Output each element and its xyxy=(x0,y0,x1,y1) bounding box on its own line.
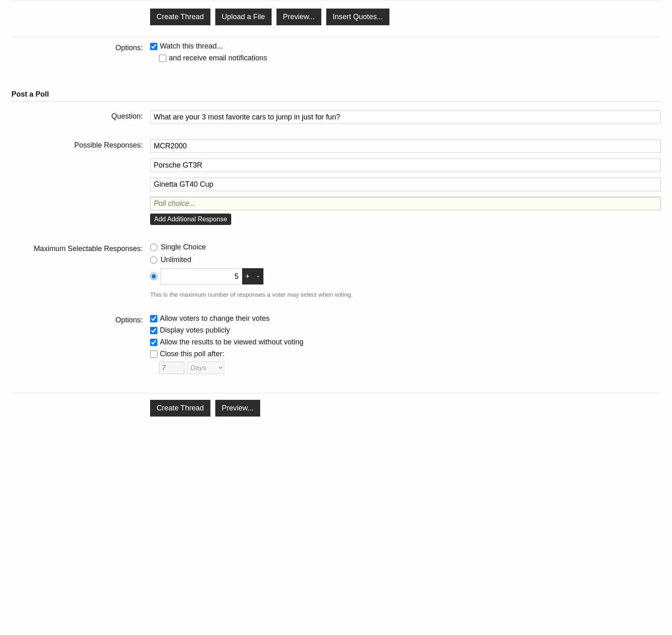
view-without-voting-option[interactable]: Allow the results to be viewed without v… xyxy=(150,338,661,346)
watch-thread-text: Watch this thread... xyxy=(160,42,223,51)
number-radio[interactable] xyxy=(150,273,157,280)
email-notify-checkbox[interactable] xyxy=(159,55,166,62)
change-votes-text: Allow voters to change their votes xyxy=(160,314,270,323)
question-input[interactable] xyxy=(150,110,661,124)
change-votes-checkbox[interactable] xyxy=(150,315,157,322)
close-number-input[interactable] xyxy=(159,362,184,374)
responses-label: Possible Responses: xyxy=(11,139,150,227)
question-row: Question: xyxy=(11,101,661,129)
spinner-input[interactable] xyxy=(161,268,242,284)
view-without-voting-checkbox[interactable] xyxy=(150,339,157,346)
close-poll-checkbox[interactable] xyxy=(150,351,157,358)
spinner-plus-button[interactable]: + xyxy=(242,268,253,284)
number-option: + - xyxy=(150,268,661,284)
response-input-1[interactable] xyxy=(150,139,661,153)
responses-row: Possible Responses: Add Additional Respo… xyxy=(11,129,661,232)
question-label: Question: xyxy=(11,110,150,124)
top-button-row: Create Thread Upload a File Preview... I… xyxy=(11,0,661,37)
create-thread-button[interactable]: Create Thread xyxy=(150,9,210,25)
spinner: + - xyxy=(161,268,263,284)
preview-button[interactable]: Preview... xyxy=(276,9,321,25)
poll-options-row: Options: Allow voters to change their vo… xyxy=(11,303,661,379)
single-choice-radio[interactable] xyxy=(150,244,157,251)
public-votes-checkbox[interactable] xyxy=(150,327,157,334)
unlimited-option[interactable]: Unlimited xyxy=(150,256,661,264)
bottom-button-row: Create Thread Preview... xyxy=(11,393,661,424)
unlimited-text: Unlimited xyxy=(161,256,191,264)
unlimited-radio[interactable] xyxy=(150,256,157,264)
response-input-3[interactable] xyxy=(150,178,661,191)
spinner-minus-button[interactable]: - xyxy=(253,268,263,284)
upload-file-button[interactable]: Upload a File xyxy=(215,9,272,25)
preview-button-bottom[interactable]: Preview... xyxy=(215,400,260,417)
max-selectable-helper: This is the maximum number of responses … xyxy=(150,291,661,298)
single-choice-text: Single Choice xyxy=(161,243,206,251)
watch-thread-checkbox[interactable] xyxy=(150,43,157,50)
create-thread-button-bottom[interactable]: Create Thread xyxy=(150,400,210,417)
add-response-button[interactable]: Add Additional Response xyxy=(150,214,231,225)
thread-options-row: Options: Watch this thread... and receiv… xyxy=(11,37,661,71)
close-poll-option[interactable]: Close this poll after: xyxy=(150,350,661,358)
close-poll-text: Close this poll after: xyxy=(160,350,224,358)
single-choice-option[interactable]: Single Choice xyxy=(150,243,661,251)
change-votes-option[interactable]: Allow voters to change their votes xyxy=(150,314,661,323)
public-votes-option[interactable]: Display votes publicly xyxy=(150,326,661,335)
view-without-voting-text: Allow the results to be viewed without v… xyxy=(160,338,303,346)
max-selectable-row: Maximum Selectable Responses: Single Cho… xyxy=(11,232,661,303)
post-a-poll-heading: Post a Poll xyxy=(11,87,661,101)
watch-thread-option[interactable]: Watch this thread... xyxy=(150,42,661,51)
insert-quotes-button[interactable]: Insert Quotes... xyxy=(326,9,389,25)
public-votes-text: Display votes publicly xyxy=(160,326,230,335)
poll-options-label: Options: xyxy=(11,314,150,374)
close-unit-select[interactable]: Days xyxy=(187,362,224,374)
email-notify-option[interactable]: and receive email notifications xyxy=(159,54,661,62)
close-poll-inputs: Days xyxy=(159,362,661,374)
response-input-2[interactable] xyxy=(150,159,661,172)
thread-options-label: Options: xyxy=(11,42,150,66)
max-selectable-label: Maximum Selectable Responses: xyxy=(11,243,150,298)
response-input-new[interactable] xyxy=(150,197,661,210)
email-notify-text: and receive email notifications xyxy=(169,54,267,62)
